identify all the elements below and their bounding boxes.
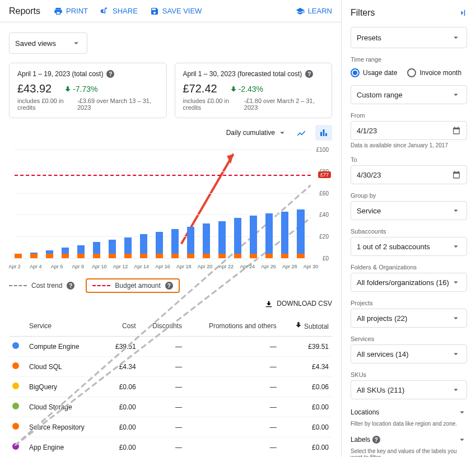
table-row[interactable]: Cloud SQL£4.34——£4.34 — [9, 357, 332, 377]
group-by-select[interactable]: Service — [351, 201, 467, 220]
invoice-month-radio[interactable]: Invoice month — [407, 68, 461, 77]
saved-views-select[interactable]: Saved views — [9, 32, 87, 54]
range-type-select[interactable]: Custom range — [351, 85, 467, 104]
services-select[interactable]: All services (14) — [351, 344, 467, 363]
table-row[interactable]: App Engine£0.00——£0.00 — [9, 437, 332, 458]
forecast-cost-card: April 1 – 30, 2023 (forecasted total cos… — [175, 63, 333, 118]
chart-mode-select[interactable]: Daily cumulative — [226, 128, 287, 138]
download-csv-button[interactable]: DOWNLOAD CSV — [9, 300, 332, 309]
table-row[interactable]: Cloud Storage£0.00——£0.00 — [9, 397, 332, 417]
labels-section[interactable]: Labels ? — [351, 435, 467, 445]
cost-table: Service Cost Discounts Promotions and ot… — [9, 315, 332, 457]
table-row[interactable]: Source Repository£0.00——£0.00 — [9, 417, 332, 437]
skus-select[interactable]: All SKUs (211) — [351, 380, 467, 399]
share-button[interactable]: SHARE — [100, 7, 138, 16]
bar-chart-toggle[interactable] — [315, 125, 332, 141]
line-chart-toggle[interactable] — [293, 125, 310, 141]
to-date-input[interactable]: 4/30/23 — [351, 165, 467, 184]
help-icon[interactable]: ? — [372, 436, 380, 444]
save-view-button[interactable]: SAVE VIEW — [150, 7, 202, 16]
legend-budget-amount: Budget amount? — [86, 278, 179, 293]
from-date-input[interactable]: 4/1/23 — [351, 121, 467, 140]
collapse-icon[interactable] — [457, 8, 467, 18]
usage-date-radio[interactable]: Usage date — [351, 68, 397, 77]
folders-select[interactable]: All folders/organizations (16) — [351, 273, 467, 292]
presets-select[interactable]: Presets — [351, 27, 467, 48]
locations-section[interactable]: Locations — [351, 407, 467, 417]
time-range-label: Time range — [351, 56, 467, 63]
cost-chart: £0£20£40£60£80£100£77Apr 2Apr 4Apr 6Apr … — [9, 145, 332, 274]
help-icon[interactable]: ? — [165, 282, 173, 290]
total-cost-card: April 1 – 19, 2023 (total cost)? £43.92-… — [9, 63, 167, 118]
print-button[interactable]: PRINT — [54, 7, 88, 16]
subaccounts-select[interactable]: 1 out of 2 subaccounts — [351, 237, 467, 256]
table-row[interactable]: BigQuery£0.06——£0.06 — [9, 377, 332, 397]
learn-button[interactable]: LEARN — [296, 7, 332, 16]
help-icon[interactable]: ? — [67, 282, 74, 290]
filters-title: Filters — [351, 8, 375, 18]
help-icon[interactable]: ? — [305, 70, 313, 78]
help-icon[interactable]: ? — [106, 70, 114, 78]
page-title: Reports — [9, 6, 40, 16]
projects-select[interactable]: All projects (22) — [351, 309, 467, 328]
legend-cost-trend: Cost trend? — [9, 282, 74, 290]
table-row[interactable]: Compute Engine£39.51——£39.51 — [9, 337, 332, 357]
